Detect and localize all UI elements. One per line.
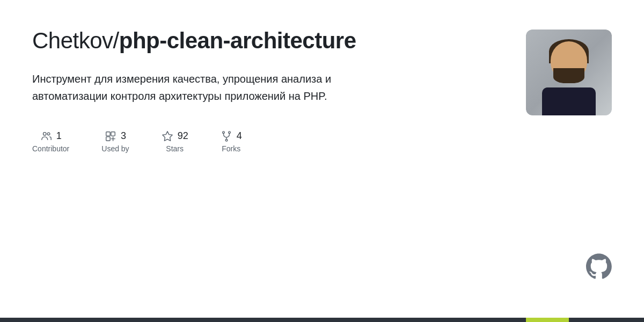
stars-icon [162,130,173,142]
stars-label: Stars [166,144,184,153]
stat-forks-top: 4 [221,130,242,142]
stat-contributors-top: 1 [40,130,62,142]
stat-contributors[interactable]: 1 Contributor [32,130,69,153]
avatar-image [526,30,612,115]
forks-value: 4 [237,130,242,142]
stat-forks[interactable]: 4 Forks [221,130,242,153]
stats-row: 1 Contributor 3 Used by [32,130,612,153]
stat-used-by-top: 3 [105,130,126,142]
svg-rect-2 [106,131,110,135]
contributors-label: Contributor [32,144,69,153]
avatar [526,30,612,115]
svg-point-1 [47,133,50,135]
repo-name: php-clean-architecture [119,28,356,53]
stat-stars-top: 92 [162,130,188,142]
github-logo [586,253,612,279]
forks-icon [221,130,232,142]
used-by-label: Used by [101,144,129,153]
used-by-icon [105,130,116,142]
stars-value: 92 [178,130,188,142]
repository-card: Chetkov/php-clean-architecture Инструмен… [0,0,644,322]
svg-rect-3 [111,131,115,135]
repo-description: Инструмент для измерения качества, упрощ… [32,70,397,105]
contributors-icon [40,130,52,142]
svg-rect-4 [106,136,110,140]
repo-title: Chetkov/php-clean-architecture [32,27,397,55]
stat-stars[interactable]: 92 Stars [162,130,188,153]
svg-point-0 [43,132,46,135]
repo-owner: Chetkov/ [32,28,119,53]
bottom-bar-accent [526,318,569,322]
title-block: Chetkov/php-clean-architecture Инструмен… [32,27,397,130]
contributors-value: 1 [56,130,62,142]
header-row: Chetkov/php-clean-architecture Инструмен… [32,27,612,130]
forks-label: Forks [222,144,240,153]
used-by-value: 3 [121,130,126,142]
stat-used-by[interactable]: 3 Used by [101,130,129,153]
